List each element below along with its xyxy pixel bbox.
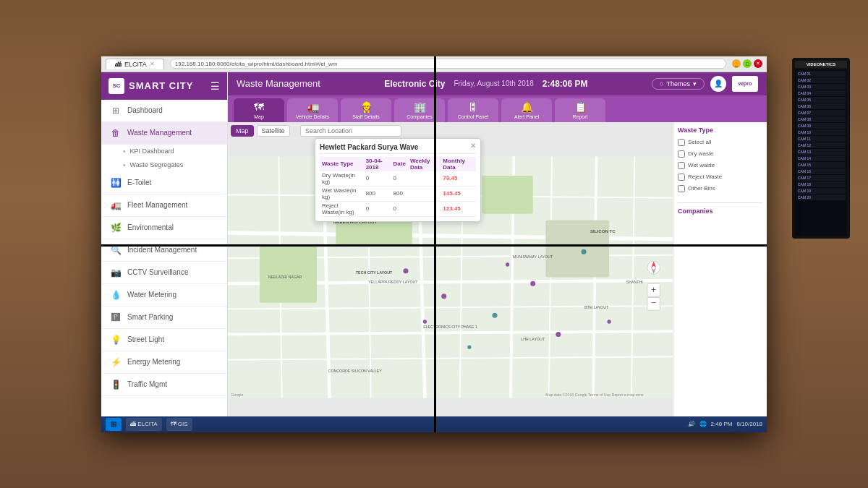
tab-map[interactable]: 🗺 Map xyxy=(234,98,284,122)
tab-staff-details[interactable]: 👷 Staff Details xyxy=(341,98,391,122)
waste-type-title: Waste Type xyxy=(678,127,762,134)
themes-button[interactable]: ○ Themes ▾ xyxy=(652,78,705,90)
sidebar-item-parking[interactable]: 🅿 Smart Parking xyxy=(101,307,227,329)
popup-dry-weekly xyxy=(408,171,441,187)
popup-reject-weekly xyxy=(408,201,441,216)
tab-control-panel[interactable]: 🎛 Control Panel xyxy=(448,98,498,122)
sidebar-sub-kpi[interactable]: KPI Dashboard xyxy=(101,145,227,158)
side-row: CAM 17 xyxy=(796,175,846,181)
tab-vehicle-details[interactable]: 🚛 Vehicle Details xyxy=(287,98,338,122)
satellite-view-button[interactable]: Satellite xyxy=(257,125,290,137)
sidebar-item-waste-management[interactable]: 🗑 Waste Management xyxy=(101,122,227,145)
checkbox-reject-waste[interactable]: Reject Waste xyxy=(678,174,762,181)
alert-tab-icon: 🔔 xyxy=(521,101,533,113)
sidebar-item-fleet[interactable]: 🚛 Fleet Management xyxy=(101,194,227,217)
fleet-icon: 🚛 xyxy=(110,200,122,211)
checkbox-reject-input[interactable] xyxy=(678,174,685,181)
browser-tabs: 🏙 ELCITA ✕ xyxy=(106,59,164,69)
sidebar-item-etoilet[interactable]: 🚻 E-Toilet xyxy=(101,172,227,194)
popup-dry-col1: 0 xyxy=(364,171,391,187)
svg-point-34 xyxy=(492,312,497,317)
side-row: CAM 05 xyxy=(796,97,846,103)
kpi-label: KPI Dashboard xyxy=(130,147,174,155)
content-area: GREEN HOI LAYOUT NEELADRI NAGAR TECH CIT… xyxy=(228,122,767,432)
minimize-button[interactable]: _ xyxy=(732,59,741,68)
popup-col-date2: Date xyxy=(391,157,408,171)
checkbox-other-input[interactable] xyxy=(678,185,685,192)
map-tab-icon: 🗺 xyxy=(254,101,264,113)
close-button[interactable]: ✕ xyxy=(754,59,762,68)
sidebar-item-energy[interactable]: ⚡ Energy Metering xyxy=(101,351,227,374)
side-row: CAM 04 xyxy=(796,90,846,96)
tab-alert-panel[interactable]: 🔔 Alert Panel xyxy=(501,98,552,122)
svg-rect-18 xyxy=(260,245,317,302)
checkbox-select-all[interactable]: Select all xyxy=(678,139,762,146)
popup-col-weekly: Weekly Data xyxy=(408,157,441,171)
tab-staff-label: Staff Details xyxy=(352,114,380,119)
user-avatar[interactable]: 👤 xyxy=(710,76,726,92)
address-bar[interactable]: 192.168.10.180:8060/elcita_wipro/html/da… xyxy=(170,59,726,69)
checkbox-dry-waste[interactable]: Dry waste xyxy=(678,150,762,158)
right-panel: Waste Type Select all Dry waste Wet wast… xyxy=(673,122,767,432)
svg-text:CONCORDE SILICON VALLEY: CONCORDE SILICON VALLEY xyxy=(328,369,383,373)
browser-window-controls: _ □ ✕ xyxy=(732,59,762,68)
tab-close-icon[interactable]: ✕ xyxy=(150,61,155,67)
sidebar-item-label: Incident Management xyxy=(127,246,197,254)
checkbox-other-bins[interactable]: Other Bins xyxy=(678,185,762,192)
toilet-icon: 🚻 xyxy=(110,177,122,189)
side-row: CAM 09 xyxy=(796,123,846,129)
sidebar-item-cctv[interactable]: 📷 CCTV Surveillance xyxy=(101,262,227,284)
tab-report[interactable]: 📋 Report xyxy=(555,98,605,122)
map-view-button[interactable]: Map xyxy=(231,125,254,137)
vehicle-tab-icon: 🚛 xyxy=(307,101,319,113)
checkbox-select-all-label: Select all xyxy=(688,139,711,145)
dashboard-icon: ⊞ xyxy=(110,105,122,116)
maximize-button[interactable]: □ xyxy=(743,59,752,68)
popup-wet-monthly: 145.45 xyxy=(441,186,476,201)
sidebar-item-incident[interactable]: 🔍 Incident Management xyxy=(101,239,227,262)
sidebar-item-label: Smart Parking xyxy=(127,313,173,321)
sidebar-item-traffic[interactable]: 🚦 Traffic Mgmt xyxy=(101,374,227,396)
parking-icon: 🅿 xyxy=(110,312,122,323)
popup-wet-col2: 800 xyxy=(391,186,408,201)
topbar-title: Waste Management xyxy=(237,78,320,89)
map-search-input[interactable] xyxy=(300,125,401,137)
checkbox-dry-input[interactable] xyxy=(678,150,685,158)
sidebar-item-dashboard[interactable]: ⊞ Dashboard xyxy=(101,100,227,122)
popup-wet-type: Wet Waste(in kg) xyxy=(320,186,364,201)
side-row: CAM 08 xyxy=(796,116,846,122)
side-monitor-header: VIDEONETICS xyxy=(795,61,847,68)
popup-close-icon[interactable]: ✕ xyxy=(470,142,476,150)
tab-companies[interactable]: 🏢 Companies xyxy=(394,98,445,122)
side-row: CAM 13 xyxy=(796,149,846,155)
side-monitor-content: CAM 01 CAM 02 CAM 03 CAM 04 CAM 05 CAM 0… xyxy=(795,69,847,236)
sidebar-item-label: Street Light xyxy=(127,335,164,343)
svg-point-36 xyxy=(556,332,561,337)
side-row: CAM 06 xyxy=(796,103,846,109)
browser-chrome: 🏙 ELCITA ✕ 192.168.10.180:8060/elcita_wi… xyxy=(101,56,767,72)
side-row: CAM 16 xyxy=(796,168,846,174)
sidebar-item-label: Environmental xyxy=(127,223,174,231)
checkbox-select-all-input[interactable] xyxy=(678,139,685,146)
popup-wet-col1: 800 xyxy=(364,186,391,201)
sidebar-item-label: Fleet Management xyxy=(127,201,187,209)
side-row: CAM 12 xyxy=(796,142,846,148)
checkbox-wet-waste[interactable]: Wet waste xyxy=(678,162,762,169)
sidebar-item-label: E-Toilet xyxy=(127,179,151,187)
svg-point-41 xyxy=(608,320,611,323)
browser-tab[interactable]: 🏙 ELCITA ✕ xyxy=(106,59,164,69)
side-row: CAM 10 xyxy=(796,129,846,135)
segregates-label: Waste Segregates xyxy=(130,161,184,168)
traffic-icon: 🚦 xyxy=(110,379,122,390)
checkbox-wet-input[interactable] xyxy=(678,162,685,169)
hamburger-icon[interactable]: ☰ xyxy=(210,80,220,92)
sidebar-item-label: Waste Management xyxy=(127,129,192,137)
room: VIDEONETICS CAM 01 CAM 02 CAM 03 CAM 04 … xyxy=(0,0,868,488)
sidebar-item-streetlight[interactable]: 💡 Street Light xyxy=(101,329,227,351)
logo-icon: SC xyxy=(109,78,124,94)
map-search-container xyxy=(300,125,670,137)
sidebar-item-environmental[interactable]: 🌿 Environmental xyxy=(101,217,227,239)
sidebar-sub-segregates[interactable]: Waste Segregates xyxy=(101,158,227,172)
sidebar-item-water[interactable]: 💧 Water Metering xyxy=(101,284,227,307)
sidebar-header: SC SMART CITY ☰ xyxy=(101,72,227,100)
